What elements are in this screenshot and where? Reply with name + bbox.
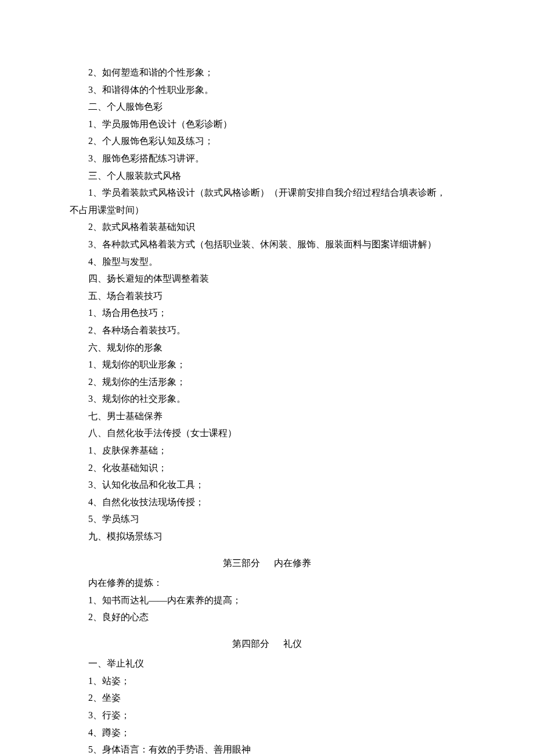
section-heading-3: 第三部分内在修养 [70,555,464,572]
body-line: 五、场合着装技巧 [70,287,464,305]
body-line: 1、皮肤保养基础； [70,442,464,459]
body-line: 1、规划你的职业形象； [70,356,464,373]
body-line: 内在修养的提炼： [70,574,464,592]
body-line: 1、场合用色技巧； [70,304,464,322]
body-line: 2、良好的心态 [70,609,464,626]
body-line: 九、模拟场景练习 [70,528,464,545]
body-line: 二、个人服饰色彩 [70,98,464,116]
body-line: 1、知书而达礼——内在素养的提高； [70,592,464,609]
section-title: 内在修养 [274,558,311,568]
section-part-label: 第四部分 [232,639,269,649]
body-line: 六、规划你的形象 [70,339,464,357]
body-line: 4、蹲姿； [70,724,464,741]
body-line-wrap: 不占用课堂时间） [70,201,464,219]
body-line: 1、学员着装款式风格设计（款式风格诊断）（开课前安排自我介绍过程结合填表诊断， [70,184,464,201]
body-line: 3、服饰色彩搭配练习讲评。 [70,150,464,167]
body-line: 七、男士基础保养 [70,408,464,425]
body-line: 3、规划你的社交形象。 [70,390,464,408]
body-line: 1、站姿； [70,672,464,690]
section-part-label: 第三部分 [223,558,260,568]
body-line: 4、脸型与发型。 [70,253,464,271]
body-line: 2、规划你的生活形象； [70,373,464,391]
body-line: 八、自然化妆手法传授（女士课程） [70,424,464,442]
body-line: 3、和谐得体的个性职业形象。 [70,81,464,99]
body-line: 5、学员练习 [70,510,464,528]
body-line: 四、扬长避短的体型调整着装 [70,270,464,287]
body-line: 2、坐姿 [70,689,464,707]
body-line: 1、学员服饰用色设计（色彩诊断） [70,116,464,133]
body-line: 2、个人服饰色彩认知及练习； [70,132,464,150]
body-line: 2、化妆基础知识； [70,459,464,477]
body-line: 3、行姿； [70,707,464,724]
section-heading-4: 第四部分礼仪 [70,635,464,653]
body-line: 一、举止礼仪 [70,655,464,672]
body-line: 2、如何塑造和谐的个性形象； [70,64,464,81]
body-line: 2、各种场合着装技巧。 [70,322,464,339]
body-line: 3、各种款式风格着装方式（包括职业装、休闲装、服饰、服装面料与图案详细讲解） [70,236,464,253]
body-line: 2、款式风格着装基础知识 [70,218,464,236]
body-line: 4、自然化妆技法现场传授； [70,494,464,511]
section-title: 礼仪 [283,639,302,649]
body-line: 3、认知化妆品和化妆工具； [70,476,464,494]
body-line: 三、个人服装款式风格 [70,167,464,185]
body-line: 5、身体语言：有效的手势语、善用眼神 [70,741,464,756]
